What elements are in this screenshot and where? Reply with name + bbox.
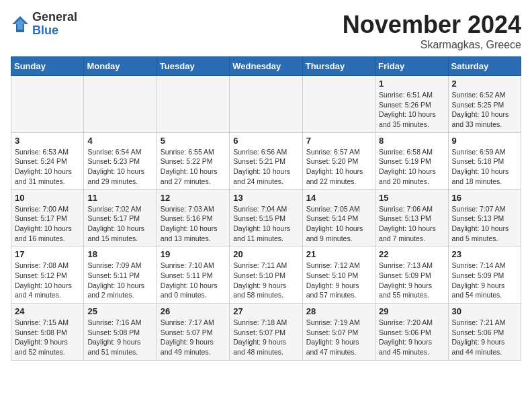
day-info: Sunrise: 7:08 AMSunset: 5:12 PMDaylight:… bbox=[15, 261, 80, 300]
calendar-cell: 12Sunrise: 7:03 AMSunset: 5:16 PMDayligh… bbox=[157, 189, 229, 246]
calendar-cell: 13Sunrise: 7:04 AMSunset: 5:15 PMDayligh… bbox=[230, 189, 302, 246]
day-info: Sunrise: 7:14 AMSunset: 5:09 PMDaylight:… bbox=[452, 261, 517, 300]
calendar-cell: 4Sunrise: 6:54 AMSunset: 5:23 PMDaylight… bbox=[84, 132, 157, 189]
day-of-week-header: Friday bbox=[375, 57, 448, 76]
day-info: Sunrise: 6:58 AMSunset: 5:19 PMDaylight:… bbox=[379, 147, 444, 187]
calendar-week-row: 10Sunrise: 7:00 AMSunset: 5:17 PMDayligh… bbox=[11, 189, 521, 246]
day-info: Sunrise: 7:05 AMSunset: 5:14 PMDaylight:… bbox=[306, 204, 371, 244]
day-number: 25 bbox=[87, 306, 152, 316]
day-number: 27 bbox=[233, 306, 298, 316]
day-number: 9 bbox=[452, 136, 517, 146]
day-info: Sunrise: 7:12 AMSunset: 5:10 PMDaylight:… bbox=[306, 261, 371, 300]
day-number: 8 bbox=[379, 136, 444, 146]
calendar-week-row: 24Sunrise: 7:15 AMSunset: 5:08 PMDayligh… bbox=[11, 304, 521, 361]
day-info: Sunrise: 7:16 AMSunset: 5:08 PMDaylight:… bbox=[87, 318, 152, 357]
calendar-week-row: 17Sunrise: 7:08 AMSunset: 5:12 PMDayligh… bbox=[11, 246, 521, 304]
calendar-cell: 24Sunrise: 7:15 AMSunset: 5:08 PMDayligh… bbox=[11, 304, 84, 361]
day-number: 18 bbox=[87, 249, 152, 259]
logo-text: General Blue bbox=[32, 11, 77, 38]
month-title: November 2024 bbox=[343, 11, 521, 39]
day-number: 4 bbox=[87, 136, 152, 146]
day-info: Sunrise: 7:17 AMSunset: 5:07 PMDaylight:… bbox=[161, 318, 226, 357]
calendar-cell: 30Sunrise: 7:21 AMSunset: 5:06 PMDayligh… bbox=[448, 304, 521, 361]
day-info: Sunrise: 7:02 AMSunset: 5:17 PMDaylight:… bbox=[87, 204, 152, 244]
calendar-cell: 1Sunrise: 6:51 AMSunset: 5:26 PMDaylight… bbox=[375, 76, 448, 133]
day-of-week-header: Sunday bbox=[11, 57, 84, 76]
day-info: Sunrise: 7:13 AMSunset: 5:09 PMDaylight:… bbox=[379, 261, 444, 300]
calendar-table: SundayMondayTuesdayWednesdayThursdayFrid… bbox=[11, 56, 521, 361]
day-number: 16 bbox=[452, 193, 517, 203]
day-number: 2 bbox=[452, 79, 517, 89]
calendar-week-row: 3Sunrise: 6:53 AMSunset: 5:24 PMDaylight… bbox=[11, 132, 521, 189]
day-number: 5 bbox=[161, 136, 226, 146]
day-info: Sunrise: 7:00 AMSunset: 5:17 PMDaylight:… bbox=[15, 204, 80, 244]
calendar-cell bbox=[157, 76, 229, 133]
day-number: 7 bbox=[306, 136, 371, 146]
page-header: General Blue November 2024 Skarmagkas, G… bbox=[11, 11, 521, 51]
calendar-cell: 2Sunrise: 6:52 AMSunset: 5:25 PMDaylight… bbox=[448, 76, 521, 133]
day-info: Sunrise: 7:06 AMSunset: 5:13 PMDaylight:… bbox=[379, 204, 444, 244]
logo: General Blue bbox=[11, 11, 77, 38]
day-number: 14 bbox=[306, 193, 371, 203]
calendar-cell: 15Sunrise: 7:06 AMSunset: 5:13 PMDayligh… bbox=[375, 189, 448, 246]
day-info: Sunrise: 7:03 AMSunset: 5:16 PMDaylight:… bbox=[161, 204, 226, 244]
calendar-cell: 10Sunrise: 7:00 AMSunset: 5:17 PMDayligh… bbox=[11, 189, 84, 246]
calendar-cell: 11Sunrise: 7:02 AMSunset: 5:17 PMDayligh… bbox=[84, 189, 157, 246]
day-of-week-header: Saturday bbox=[448, 57, 521, 76]
calendar-cell: 28Sunrise: 7:19 AMSunset: 5:07 PMDayligh… bbox=[302, 304, 375, 361]
day-number: 3 bbox=[15, 136, 80, 146]
calendar-cell bbox=[11, 76, 84, 133]
day-info: Sunrise: 6:54 AMSunset: 5:23 PMDaylight:… bbox=[87, 147, 152, 187]
day-number: 15 bbox=[379, 193, 444, 203]
day-info: Sunrise: 7:10 AMSunset: 5:11 PMDaylight:… bbox=[161, 261, 226, 300]
day-info: Sunrise: 7:21 AMSunset: 5:06 PMDaylight:… bbox=[452, 318, 517, 357]
day-number: 30 bbox=[452, 306, 517, 316]
day-of-week-header: Monday bbox=[84, 57, 157, 76]
day-info: Sunrise: 6:52 AMSunset: 5:25 PMDaylight:… bbox=[452, 90, 517, 130]
calendar-cell bbox=[84, 76, 157, 133]
day-number: 28 bbox=[306, 306, 371, 316]
day-info: Sunrise: 7:04 AMSunset: 5:15 PMDaylight:… bbox=[233, 204, 298, 244]
calendar-week-row: 1Sunrise: 6:51 AMSunset: 5:26 PMDaylight… bbox=[11, 76, 521, 133]
calendar-cell: 23Sunrise: 7:14 AMSunset: 5:09 PMDayligh… bbox=[448, 246, 521, 304]
calendar-body: 1Sunrise: 6:51 AMSunset: 5:26 PMDaylight… bbox=[11, 76, 521, 361]
day-number: 11 bbox=[87, 193, 152, 203]
calendar-cell: 9Sunrise: 6:59 AMSunset: 5:18 PMDaylight… bbox=[448, 132, 521, 189]
day-number: 19 bbox=[161, 249, 226, 259]
day-number: 23 bbox=[452, 249, 517, 259]
logo-blue: Blue bbox=[32, 24, 77, 38]
calendar-cell: 5Sunrise: 6:55 AMSunset: 5:22 PMDaylight… bbox=[157, 132, 229, 189]
calendar-cell: 18Sunrise: 7:09 AMSunset: 5:11 PMDayligh… bbox=[84, 246, 157, 304]
calendar-cell: 25Sunrise: 7:16 AMSunset: 5:08 PMDayligh… bbox=[84, 304, 157, 361]
day-info: Sunrise: 6:59 AMSunset: 5:18 PMDaylight:… bbox=[452, 147, 517, 187]
day-info: Sunrise: 7:07 AMSunset: 5:13 PMDaylight:… bbox=[452, 204, 517, 244]
calendar-cell bbox=[230, 76, 302, 133]
calendar-cell: 7Sunrise: 6:57 AMSunset: 5:20 PMDaylight… bbox=[302, 132, 375, 189]
day-of-week-header: Wednesday bbox=[230, 57, 302, 76]
day-number: 22 bbox=[379, 249, 444, 259]
day-info: Sunrise: 7:18 AMSunset: 5:07 PMDaylight:… bbox=[233, 318, 298, 357]
day-info: Sunrise: 6:56 AMSunset: 5:21 PMDaylight:… bbox=[233, 147, 298, 187]
calendar-cell bbox=[302, 76, 375, 133]
day-number: 20 bbox=[233, 249, 298, 259]
calendar-cell: 16Sunrise: 7:07 AMSunset: 5:13 PMDayligh… bbox=[448, 189, 521, 246]
day-number: 29 bbox=[379, 306, 444, 316]
calendar-cell: 17Sunrise: 7:08 AMSunset: 5:12 PMDayligh… bbox=[11, 246, 84, 304]
day-info: Sunrise: 6:57 AMSunset: 5:20 PMDaylight:… bbox=[306, 147, 371, 187]
day-number: 10 bbox=[15, 193, 80, 203]
day-info: Sunrise: 6:55 AMSunset: 5:22 PMDaylight:… bbox=[161, 147, 226, 187]
calendar-cell: 3Sunrise: 6:53 AMSunset: 5:24 PMDaylight… bbox=[11, 132, 84, 189]
calendar-cell: 8Sunrise: 6:58 AMSunset: 5:19 PMDaylight… bbox=[375, 132, 448, 189]
day-number: 13 bbox=[233, 193, 298, 203]
calendar-cell: 20Sunrise: 7:11 AMSunset: 5:10 PMDayligh… bbox=[230, 246, 302, 304]
day-number: 17 bbox=[15, 249, 80, 259]
day-number: 1 bbox=[379, 79, 444, 89]
day-info: Sunrise: 7:11 AMSunset: 5:10 PMDaylight:… bbox=[233, 261, 298, 300]
days-of-week-row: SundayMondayTuesdayWednesdayThursdayFrid… bbox=[11, 57, 521, 76]
day-info: Sunrise: 7:20 AMSunset: 5:06 PMDaylight:… bbox=[379, 318, 444, 357]
calendar-cell: 29Sunrise: 7:20 AMSunset: 5:06 PMDayligh… bbox=[375, 304, 448, 361]
calendar-cell: 26Sunrise: 7:17 AMSunset: 5:07 PMDayligh… bbox=[157, 304, 229, 361]
calendar-cell: 21Sunrise: 7:12 AMSunset: 5:10 PMDayligh… bbox=[302, 246, 375, 304]
logo-icon bbox=[11, 15, 30, 34]
logo-general: General bbox=[32, 11, 77, 24]
